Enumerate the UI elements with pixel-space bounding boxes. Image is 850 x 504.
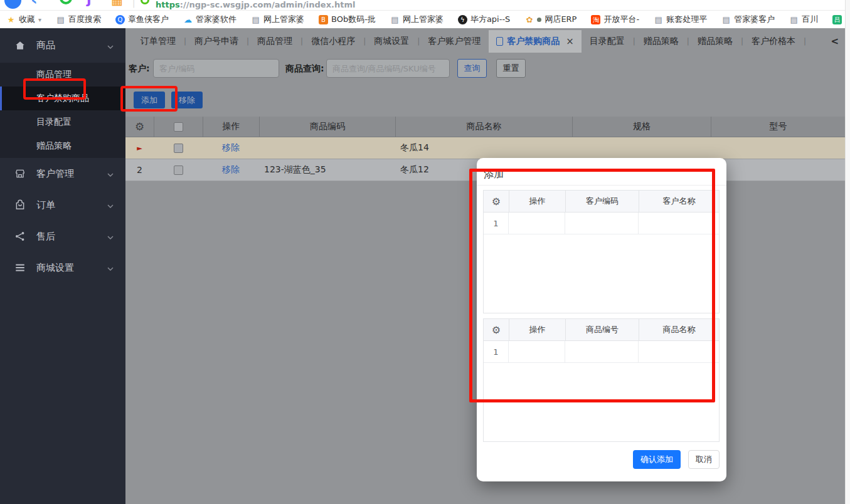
- bookmark-item[interactable]: ▤ 网上管家婆: [251, 14, 304, 25]
- remove-link[interactable]: 移除: [222, 164, 240, 176]
- tab[interactable]: <: [831, 30, 841, 53]
- bookmark-item[interactable]: ▤ 网上管家婆: [390, 14, 444, 25]
- squiggle-icon[interactable]: ʃ: [87, 0, 92, 7]
- close-icon[interactable]: ×: [566, 36, 574, 47]
- filter-bar: 客户: 商品查询: 查询 重置: [125, 53, 845, 82]
- cancel-button[interactable]: 取消: [688, 450, 720, 469]
- cell-customer-code[interactable]: [565, 213, 639, 234]
- cell-product-code[interactable]: [565, 341, 639, 362]
- tab[interactable]: |: [363, 30, 366, 53]
- add-button[interactable]: 添加: [134, 92, 165, 108]
- bookmark-item[interactable]: ★ 收藏 ▾: [6, 14, 41, 25]
- bookmark-label: 开放平台-: [603, 14, 639, 25]
- confirm-add-button[interactable]: 确认添加: [633, 450, 681, 469]
- table-header-row: ⚙ 操作 商品编码 商品名称 规格 型号: [125, 117, 845, 137]
- bookmark-favicon-icon: ☁: [183, 15, 193, 24]
- gear-icon[interactable]: ⚙: [492, 324, 501, 336]
- tab[interactable]: 商城设置: [374, 30, 409, 53]
- tab[interactable]: |: [247, 30, 249, 53]
- product-filter-input[interactable]: [326, 59, 450, 78]
- tab[interactable]: 目录配置: [590, 30, 625, 53]
- tab[interactable]: |: [417, 30, 420, 53]
- back-icon[interactable]: ‹: [31, 0, 38, 9]
- sidebar-item-label: 商品管理: [36, 69, 72, 80]
- refresh-icon[interactable]: [60, 0, 72, 4]
- bookmark-item[interactable]: ☁ 管家婆软件: [183, 14, 236, 25]
- tab[interactable]: |: [741, 30, 743, 53]
- gear-icon[interactable]: ⚙: [135, 120, 144, 133]
- url-rest: ://ngp-sc.wsgjp.com/admin/index.html: [180, 0, 356, 9]
- sidebar-item[interactable]: 商品管理: [0, 63, 125, 87]
- tab[interactable]: 商户号申请: [194, 30, 238, 53]
- product-picker-table: ⚙ 操作 商品编号 商品名称 1: [483, 318, 720, 442]
- bookmark-item[interactable]: ✿ 网店ERP: [524, 14, 576, 25]
- row-checkbox[interactable]: [174, 144, 183, 153]
- table-row[interactable]: ► 移除 冬瓜14: [125, 137, 845, 159]
- tab[interactable]: |: [184, 30, 186, 53]
- sidebar-item[interactable]: 客户禁购商品: [0, 87, 125, 110]
- caret-down-icon: ▾: [38, 16, 41, 23]
- bookmark-item[interactable]: 淘 开放平台-: [591, 14, 639, 25]
- tab[interactable]: 客户账户管理: [428, 30, 481, 53]
- tab[interactable]: 赠品策略: [698, 30, 733, 53]
- select-all-checkbox[interactable]: [174, 122, 183, 132]
- browser-scrollbar[interactable]: [845, 0, 850, 504]
- sidebar-item[interactable]: 客户管理: [0, 158, 125, 189]
- bookmark-dot-icon: [537, 18, 541, 22]
- sidebar-item[interactable]: 赠品策略: [0, 134, 125, 158]
- tab[interactable]: |: [687, 30, 689, 53]
- bookmark-item[interactable]: ▤ 百川: [789, 14, 818, 25]
- remove-button[interactable]: 移除: [171, 92, 203, 108]
- bookmark-item[interactable]: ▤ 管家婆客户: [721, 14, 775, 25]
- sidebar-item[interactable]: 商城设置: [0, 252, 125, 283]
- tab-label: 商户号申请: [194, 36, 238, 47]
- tab[interactable]: 微信小程序: [311, 30, 355, 53]
- reset-button[interactable]: 重置: [496, 59, 526, 78]
- tab-label: 赠品策略: [698, 36, 733, 47]
- tab[interactable]: 赠品策略: [644, 30, 679, 53]
- cell-op[interactable]: [509, 213, 565, 234]
- apps-grid-icon[interactable]: ▦: [111, 0, 123, 8]
- sidebar-item[interactable]: 售后: [0, 221, 125, 252]
- sidebar-item-label: 客户管理: [36, 168, 74, 180]
- tab[interactable]: 订单管理: [141, 30, 176, 53]
- table-row[interactable]: 1: [484, 213, 719, 234]
- tab[interactable]: 客户价格本: [752, 30, 795, 53]
- tab-label: 商品管理: [257, 36, 292, 47]
- sidebar-item-label: 目录配置: [36, 117, 72, 128]
- tab[interactable]: |: [804, 30, 806, 53]
- customer-filter-input[interactable]: [153, 59, 279, 78]
- tab[interactable]: |: [300, 30, 303, 53]
- remove-link[interactable]: 移除: [222, 142, 240, 154]
- bookmark-item[interactable]: Q 章鱼侠客户: [115, 14, 169, 25]
- column-header-customer-code: 客户编码: [565, 191, 639, 212]
- screen: ‹ ʃ ▦ | https://ngp-sc.wsgjp.com/admin/i…: [0, 0, 850, 504]
- tab-label: |: [633, 37, 635, 46]
- cell-op[interactable]: [509, 341, 565, 362]
- bookmark-item[interactable]: ▤ 百度搜索: [56, 14, 101, 25]
- tab[interactable]: 商品管理: [257, 30, 292, 53]
- table-row[interactable]: 1: [484, 341, 719, 363]
- tab[interactable]: 客户禁购商品 ×: [489, 30, 582, 53]
- sidebar-item[interactable]: 订单: [0, 189, 125, 221]
- column-header-product-name: 商品名称: [639, 319, 719, 340]
- bookmark-item[interactable]: ϟ 毕方api--S: [458, 14, 510, 25]
- sidebar-item-icon: [14, 199, 26, 211]
- address-url[interactable]: https://ngp-sc.wsgjp.com/admin/index.htm…: [156, 0, 355, 9]
- gear-icon[interactable]: ⚙: [492, 196, 501, 207]
- tab-label: |: [184, 37, 186, 46]
- bookmark-favicon-icon: Q: [115, 15, 125, 24]
- sidebar-item[interactable]: 目录配置: [0, 110, 125, 134]
- sidebar-item[interactable]: 商品: [0, 28, 125, 63]
- query-button[interactable]: 查询: [457, 59, 487, 78]
- sidebar-item-icon: [14, 262, 26, 273]
- tab[interactable]: |: [633, 30, 635, 53]
- sidebar-item-label: 客户禁购商品: [36, 93, 89, 104]
- column-header-spec: 规格: [572, 117, 711, 137]
- browser-logo-icon[interactable]: [4, 0, 21, 9]
- bookmark-item[interactable]: ▤ 账套处理平: [654, 14, 707, 25]
- row-checkbox[interactable]: [174, 165, 183, 175]
- cell-product-name[interactable]: [639, 341, 719, 362]
- bookmark-item[interactable]: B BOb数码-批: [319, 14, 376, 25]
- cell-customer-name[interactable]: [639, 213, 719, 234]
